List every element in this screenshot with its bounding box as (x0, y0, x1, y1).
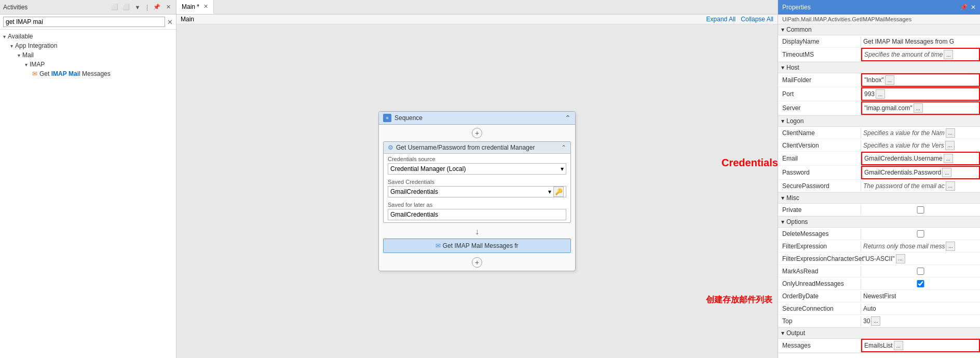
saved-for-later-input[interactable]: GmailCredentials (388, 209, 566, 220)
flow-arrow: ↓ (379, 225, 575, 238)
prop-row-email: Email GmailCredentials.Username ... (778, 152, 980, 166)
prop-value-filterexpression[interactable]: Returns only those mail mess ... (861, 241, 980, 252)
filterexpression-ellipsis-button[interactable]: ... (946, 242, 955, 251)
prop-value-port[interactable]: 993 ... (861, 87, 980, 101)
tab-main-close-icon[interactable]: ✕ (203, 3, 208, 10)
prop-value-mailfolder[interactable]: "Inbox" ... (861, 73, 980, 87)
credential-block-header: ⚙ Get Username/Password from credential … (384, 142, 570, 154)
credentials-source-select[interactable]: Credential Manager (Local) ▾ (388, 163, 566, 175)
add-after-button[interactable]: + (472, 257, 482, 268)
messages-text: EmailsList (864, 342, 893, 349)
prop-value-server[interactable]: "imap.gmail.com" ... (861, 101, 980, 115)
displayname-text: Get IMAP Mail Messages from G (863, 38, 954, 45)
deletemessages-checkbox[interactable] (863, 230, 978, 237)
section-logon-header[interactable]: ▾ Logon (778, 116, 980, 127)
tab-main[interactable]: Main * ✕ (176, 0, 214, 14)
properties-content: ▾ Common DisplayName Get IMAP Mail Messa… (778, 24, 980, 358)
prop-label-securepassword: SecurePassword (778, 181, 861, 191)
browse-button[interactable]: 🔑 (553, 187, 564, 197)
imap-activity-block[interactable]: ✉ Get IMAP Mail Messages fr (383, 238, 571, 253)
activities-header: Activities ⬜ ⬜ ▼ | 📌 ✕ (0, 0, 176, 15)
saved-credentials-input[interactable]: GmailCredentials ▾ 🔑 (388, 186, 566, 197)
copy-icon[interactable]: ⬜ (110, 3, 119, 12)
prop-value-orderbydate[interactable]: NewestFirst (861, 291, 980, 301)
private-checkbox[interactable] (863, 206, 978, 214)
prop-value-filtercharset[interactable]: "US-ASCII" ... (861, 253, 980, 264)
prop-row-onlyunread: OnlyUnreadMessages (778, 277, 980, 290)
tree-item-mail[interactable]: ▾ Mail (0, 50, 176, 60)
onlyunread-checkbox[interactable] (863, 280, 978, 287)
prop-label-filtercharset: FilterExpressionCharacterSet (778, 254, 861, 264)
clientversion-ellipsis-button[interactable]: ... (945, 141, 955, 150)
credential-icon: ⚙ (388, 144, 393, 151)
top-ellipsis-button[interactable]: ... (871, 316, 880, 326)
search-input[interactable] (3, 17, 165, 27)
prop-value-password[interactable]: GmailCredentials.Password ... (861, 166, 980, 179)
close-panel-icon[interactable]: ✕ (164, 3, 173, 12)
section-host-label: Host (786, 64, 799, 71)
prop-value-secureconnection[interactable]: Auto (861, 304, 980, 313)
pin-icon[interactable]: 📌 (152, 3, 161, 12)
prop-value-displayname[interactable]: Get IMAP Mail Messages from G (861, 37, 980, 46)
prop-row-deletemessages: DeleteMessages (778, 228, 980, 240)
prop-value-securepassword[interactable]: The password of the email ac ... (861, 180, 980, 192)
canvas-content: ≡ Sequence ⌃ + ⚙ Get Username/Password f… (176, 24, 778, 358)
prop-value-markasread (861, 267, 980, 276)
collapse-all-button[interactable]: Collapse All (741, 16, 773, 23)
clientname-ellipsis-button[interactable]: ... (946, 128, 955, 138)
expand-arrow-app-integration: ▾ (10, 43, 13, 49)
prop-row-secureconnection: SecureConnection Auto (778, 302, 980, 315)
prop-value-timeoutms[interactable]: Specifies the amount of time ... (861, 48, 980, 61)
prop-row-messages: Messages EmailsList ... (778, 339, 980, 353)
prop-value-email[interactable]: GmailCredentials.Username ... (861, 152, 980, 165)
password-text: GmailCredentials.Password (864, 169, 941, 176)
secureconnection-text: Auto (863, 305, 876, 312)
sequence-icon: ≡ (383, 114, 391, 122)
saved-credentials-value: GmailCredentials (390, 188, 546, 195)
mailfolder-text: "Inbox" (864, 76, 884, 84)
section-misc-header[interactable]: ▾ Misc (778, 193, 980, 204)
prop-value-top[interactable]: 30 ... (861, 315, 980, 327)
tree-item-available[interactable]: ▾ Available (0, 32, 176, 41)
securepassword-ellipsis-button[interactable]: ... (946, 181, 955, 191)
props-pin-icon[interactable]: 📌 (960, 4, 968, 11)
mailfolder-ellipsis-button[interactable]: ... (885, 75, 894, 85)
sequence-collapse-icon[interactable]: ⌃ (565, 114, 571, 122)
prop-row-top: Top 30 ... (778, 315, 980, 327)
search-clear-icon[interactable]: ✕ (167, 18, 173, 26)
prop-value-messages[interactable]: EmailsList ... (861, 339, 980, 352)
add-before-button[interactable]: + (472, 128, 482, 138)
tree-item-get-imap[interactable]: ✉ Get IMAP Mail Messages (0, 69, 176, 78)
section-common-header[interactable]: ▾ Common (778, 24, 980, 35)
timeoutms-ellipsis-button[interactable]: ... (944, 50, 953, 59)
credential-collapse-icon[interactable]: ⌃ (561, 144, 566, 151)
email-ellipsis-button[interactable]: ... (944, 154, 953, 163)
section-output-header[interactable]: ▾ Output (778, 328, 980, 339)
prop-label-top: Top (778, 316, 861, 326)
messages-ellipsis-button[interactable]: ... (894, 341, 903, 350)
section-host-header[interactable]: ▾ Host (778, 62, 980, 73)
server-ellipsis-button[interactable]: ... (914, 103, 923, 113)
prop-row-mailfolder: MailFolder "Inbox" ... (778, 73, 980, 87)
filter-icon[interactable]: ▼ (133, 3, 142, 12)
password-ellipsis-button[interactable]: ... (942, 168, 951, 177)
tree-item-imap[interactable]: ▾ IMAP (0, 60, 176, 69)
props-close-icon[interactable]: ✕ (971, 4, 976, 11)
activities-tree: ▾ Available ▾ App Integration ▾ Mail ▾ I… (0, 30, 176, 358)
expand-all-button[interactable]: Expand All (706, 16, 736, 23)
prop-row-private: Private (778, 204, 980, 216)
prop-label-clientname: ClientName (778, 128, 861, 138)
credentials-source-label: Credentials source (388, 156, 566, 162)
markasread-checkbox[interactable] (863, 268, 978, 275)
tree-item-app-integration[interactable]: ▾ App Integration (0, 41, 176, 50)
prop-value-clientname[interactable]: Specifies a value for the Nam ... (861, 127, 980, 139)
filtercharset-ellipsis-button[interactable]: ... (896, 254, 905, 263)
paste-icon[interactable]: ⬜ (121, 3, 131, 12)
properties-panel: Properties 📌 ✕ UiPath.Mail.IMAP.Activiti… (778, 0, 980, 358)
port-ellipsis-button[interactable]: ... (876, 89, 885, 99)
credentials-overlay-label: Credentials (722, 157, 778, 169)
section-options-header[interactable]: ▾ Options (778, 217, 980, 228)
prop-value-clientversion[interactable]: Specifies a value for the Vers ... (861, 140, 980, 151)
main-canvas-area: Main * ✕ Main Expand All Collapse All ≡ … (176, 0, 778, 358)
clientname-placeholder: Specifies a value for the Nam (863, 129, 945, 137)
